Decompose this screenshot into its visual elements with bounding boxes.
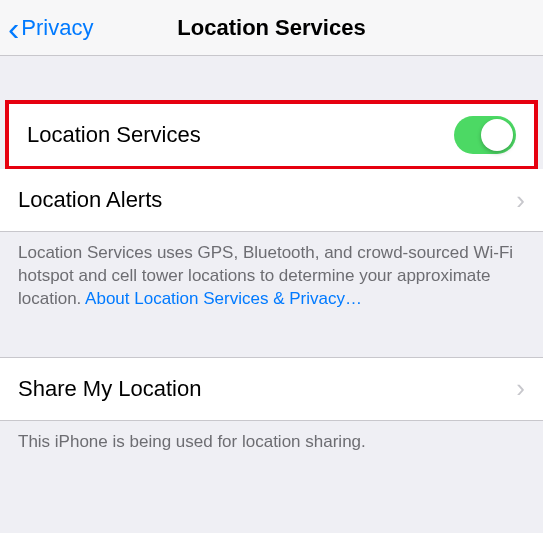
back-label: Privacy: [21, 15, 93, 41]
row-group-share: Share My Location ›: [0, 357, 543, 421]
nav-bar: ‹ Privacy Location Services: [0, 0, 543, 56]
footer-share-description: This iPhone is being used for location s…: [0, 421, 543, 472]
chevron-right-icon: ›: [516, 373, 525, 404]
row-location-alerts[interactable]: Location Alerts ›: [0, 169, 543, 231]
toggle-knob: [481, 119, 513, 151]
row-group-alerts: Location Alerts ›: [0, 169, 543, 232]
annotation-highlight: Location Services: [5, 100, 538, 170]
row-label: Location Services: [27, 122, 201, 148]
row-location-services[interactable]: Location Services: [9, 104, 534, 166]
chevron-left-icon: ‹: [8, 11, 19, 45]
footer-text: This iPhone is being used for location s…: [18, 432, 366, 451]
row-label: Location Alerts: [18, 187, 162, 213]
back-button[interactable]: ‹ Privacy: [8, 11, 93, 45]
chevron-right-icon: ›: [516, 185, 525, 216]
footer-services-description: Location Services uses GPS, Bluetooth, a…: [0, 232, 543, 329]
row-label: Share My Location: [18, 376, 201, 402]
location-services-toggle[interactable]: [454, 116, 516, 154]
about-location-privacy-link[interactable]: About Location Services & Privacy…: [85, 289, 362, 308]
row-share-my-location[interactable]: Share My Location ›: [0, 358, 543, 420]
page-title: Location Services: [177, 15, 365, 41]
